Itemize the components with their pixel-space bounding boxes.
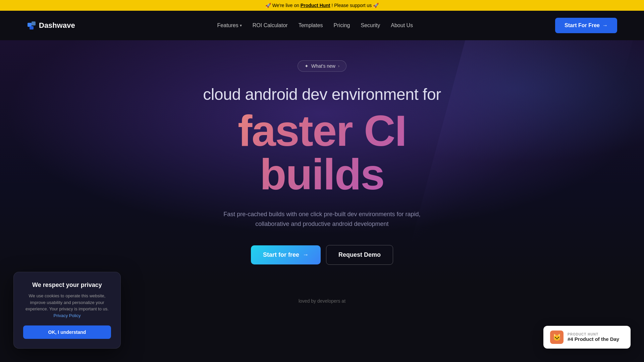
hero-subtitle: cloud android dev environment for	[203, 85, 441, 104]
nav-link-templates[interactable]: Templates	[299, 22, 323, 28]
nav-links: Features ▾ ROI Calculator Templates Pric…	[217, 22, 413, 28]
nav-item-pricing[interactable]: Pricing	[334, 22, 350, 28]
product-hunt-icon: 🐱	[550, 330, 564, 344]
product-hunt-link[interactable]: Product Hunt	[301, 3, 330, 8]
arrow-icon: →	[602, 22, 608, 28]
hero-content: ✦ What's new › cloud android dev environ…	[203, 60, 441, 265]
start-for-free-hero-button[interactable]: Start for free →	[251, 245, 321, 264]
nav-link-pricing[interactable]: Pricing	[334, 22, 350, 28]
request-demo-button[interactable]: Request Demo	[326, 245, 393, 265]
cookie-title: We respect your privacy	[23, 282, 111, 289]
cookie-text: We use cookies to operate this website, …	[23, 293, 111, 319]
badge-chevron-icon: ›	[338, 64, 339, 68]
logo-icon	[27, 21, 36, 30]
svg-rect-2	[30, 26, 34, 29]
privacy-policy-link[interactable]: Privacy Policy	[54, 313, 81, 318]
hero-buttons: Start for free → Request Demo	[203, 245, 441, 265]
badge-label: What's new	[311, 63, 335, 69]
hero-title-line1: faster CI	[203, 109, 441, 153]
nav-link-security[interactable]: Security	[361, 22, 380, 28]
cookie-banner: We respect your privacy We use cookies t…	[13, 272, 121, 349]
banner-text-prefix: 🚀 We're live on	[265, 3, 301, 8]
nav-item-roi[interactable]: ROI Calculator	[253, 22, 288, 28]
badge-sparkle-icon: ✦	[305, 63, 309, 69]
product-hunt-badge[interactable]: 🐱 PRODUCT HUNT #4 Product of the Day	[543, 326, 631, 349]
cookie-accept-button[interactable]: OK, I understand	[23, 325, 111, 339]
banner-text-suffix: ! Please support us 🚀	[330, 3, 379, 8]
nav-link-features[interactable]: Features ▾	[217, 22, 242, 28]
product-hunt-content: PRODUCT HUNT #4 Product of the Day	[568, 333, 624, 342]
nav-item-templates[interactable]: Templates	[299, 22, 323, 28]
logo[interactable]: Dashwave	[27, 21, 75, 30]
hero-section: ✦ What's new › cloud android dev environ…	[0, 40, 644, 285]
nav-item-features[interactable]: Features ▾	[217, 22, 242, 28]
nav-link-about[interactable]: About Us	[391, 22, 413, 28]
nav-link-roi[interactable]: ROI Calculator	[253, 22, 288, 28]
arrow-right-icon: →	[303, 251, 309, 258]
product-hunt-label: PRODUCT HUNT	[568, 333, 624, 336]
product-hunt-title: #4 Product of the Day	[568, 336, 624, 342]
nav-item-about[interactable]: About Us	[391, 22, 413, 28]
svg-rect-1	[32, 21, 36, 25]
whats-new-badge[interactable]: ✦ What's new ›	[298, 60, 346, 72]
logo-text: Dashwave	[39, 21, 75, 30]
hero-title: faster CI builds	[203, 109, 441, 196]
hero-title-line2: builds	[203, 153, 441, 196]
top-banner: 🚀 We're live on Product Hunt ! Please su…	[0, 0, 644, 11]
nav-item-security[interactable]: Security	[361, 22, 380, 28]
chevron-down-icon: ▾	[240, 23, 242, 28]
start-for-free-button[interactable]: Start For Free →	[555, 18, 617, 33]
navbar: Dashwave Features ▾ ROI Calculator Templ…	[0, 11, 644, 40]
hero-description: Fast pre-cached builds with one click pr…	[221, 209, 423, 229]
